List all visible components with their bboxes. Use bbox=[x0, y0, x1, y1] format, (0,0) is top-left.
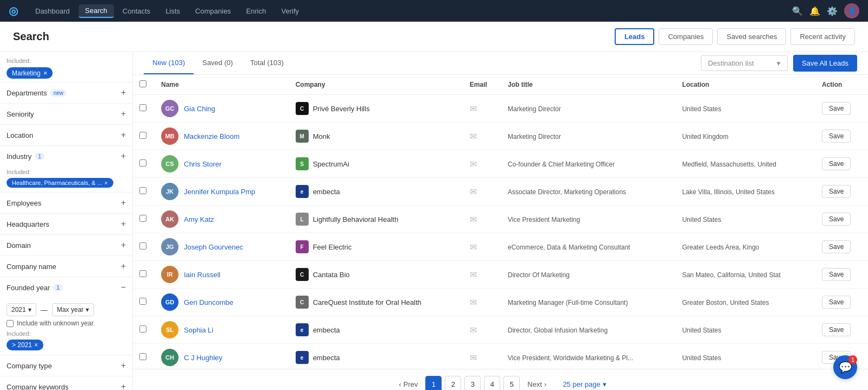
person-name[interactable]: Geri Duncombe bbox=[184, 298, 233, 306]
email-icon[interactable]: ✉ bbox=[470, 270, 477, 279]
row-checkbox[interactable] bbox=[139, 132, 146, 139]
tab-leads[interactable]: Leads bbox=[615, 28, 655, 45]
email-icon[interactable]: ✉ bbox=[470, 215, 477, 224]
person-name[interactable]: Joseph Gourvenec bbox=[184, 243, 243, 251]
location-expand-button[interactable]: + bbox=[121, 130, 126, 140]
destination-list-select[interactable]: Destination list ▾ bbox=[701, 55, 788, 71]
founded-year-tag[interactable]: > 2021 × bbox=[7, 340, 43, 350]
page-1-button[interactable]: 1 bbox=[425, 376, 442, 390]
settings-icon[interactable]: ⚙️ bbox=[827, 6, 838, 16]
tab-saved-searches[interactable]: Saved searches bbox=[717, 28, 786, 45]
row-checkbox[interactable] bbox=[139, 242, 146, 250]
person-name[interactable]: Gia Ching bbox=[184, 105, 215, 113]
seniority-expand-button[interactable]: + bbox=[121, 109, 126, 119]
company-name[interactable]: embecta bbox=[313, 188, 340, 196]
row-checkbox[interactable] bbox=[139, 270, 146, 277]
founded-year-collapse-button[interactable]: − bbox=[121, 283, 126, 292]
email-icon[interactable]: ✉ bbox=[470, 325, 477, 335]
person-name[interactable]: Chris Storer bbox=[184, 160, 221, 168]
sidebar-item-company-name[interactable]: Company name + bbox=[0, 255, 132, 277]
row-save-button[interactable]: Save bbox=[822, 185, 851, 198]
result-tab-saved[interactable]: Saved (0) bbox=[194, 52, 241, 74]
sidebar-item-founded-year[interactable]: Founded year 1 − bbox=[0, 277, 132, 298]
tab-companies[interactable]: Companies bbox=[659, 28, 713, 45]
company-name[interactable]: Lightfully Behavioral Health bbox=[313, 215, 399, 223]
email-icon[interactable]: ✉ bbox=[470, 298, 477, 307]
headquarters-expand-button[interactable]: + bbox=[121, 219, 126, 229]
row-save-button[interactable]: Save bbox=[822, 157, 851, 170]
include-unknown-year-checkbox[interactable] bbox=[7, 320, 14, 327]
row-checkbox[interactable] bbox=[139, 353, 146, 360]
chat-bubble[interactable]: 💬 1 bbox=[833, 355, 857, 379]
search-icon[interactable]: 🔍 bbox=[792, 6, 803, 16]
person-name[interactable]: Sophia Li bbox=[184, 326, 213, 334]
row-save-button[interactable]: Save bbox=[822, 240, 851, 253]
per-page-select[interactable]: 25 per page ▾ bbox=[563, 380, 606, 388]
email-icon[interactable]: ✉ bbox=[470, 353, 477, 362]
sidebar-item-industry[interactable]: Industry 1 + bbox=[0, 145, 132, 167]
result-tab-new[interactable]: New (103) bbox=[144, 52, 194, 74]
row-checkbox[interactable] bbox=[139, 215, 146, 222]
departments-expand-button[interactable]: + bbox=[121, 88, 126, 98]
nav-verify[interactable]: Verify bbox=[275, 5, 305, 17]
email-icon[interactable]: ✉ bbox=[470, 104, 477, 113]
industry-tag-remove-icon[interactable]: × bbox=[104, 180, 107, 186]
row-save-button[interactable]: Save bbox=[822, 130, 851, 143]
sidebar-item-location[interactable]: Location + bbox=[0, 124, 132, 145]
tag-remove-icon[interactable]: × bbox=[43, 69, 48, 77]
industry-tag[interactable]: Healthcare, Pharmaceuticals, & ... × bbox=[7, 178, 113, 188]
page-3-button[interactable]: 3 bbox=[464, 376, 481, 390]
person-name[interactable]: Mackenzie Bloom bbox=[184, 132, 240, 140]
included-marketing-tag[interactable]: Marketing × bbox=[7, 67, 53, 79]
row-save-button[interactable]: Save bbox=[822, 296, 851, 309]
company-name[interactable]: SpectrumAi bbox=[313, 160, 349, 168]
next-page-button[interactable]: Next › bbox=[523, 378, 551, 391]
sidebar-item-departments[interactable]: Departments new + bbox=[0, 82, 132, 103]
year-end-select[interactable]: Max year ▾ bbox=[52, 303, 94, 316]
row-save-button[interactable]: Save bbox=[822, 268, 851, 281]
row-checkbox[interactable] bbox=[139, 325, 146, 333]
email-icon[interactable]: ✉ bbox=[470, 242, 477, 252]
company-name[interactable]: embecta bbox=[313, 354, 340, 362]
domain-expand-button[interactable]: + bbox=[121, 240, 126, 250]
select-all-checkbox[interactable] bbox=[139, 80, 146, 87]
user-avatar[interactable]: 👤 bbox=[844, 3, 859, 18]
company-name[interactable]: embecta bbox=[313, 326, 340, 334]
founded-year-tag-remove-icon[interactable]: × bbox=[34, 341, 38, 349]
page-5-button[interactable]: 5 bbox=[503, 376, 520, 390]
company-name-expand-button[interactable]: + bbox=[121, 261, 126, 271]
nav-companies[interactable]: Companies bbox=[189, 5, 238, 17]
row-checkbox[interactable] bbox=[139, 298, 146, 305]
notifications-icon[interactable]: 🔔 bbox=[809, 6, 820, 16]
tab-recent-activity[interactable]: Recent activity bbox=[790, 28, 855, 45]
row-checkbox[interactable] bbox=[139, 187, 146, 194]
company-name[interactable]: Privé Beverly Hills bbox=[313, 105, 370, 113]
company-name[interactable]: Monk bbox=[313, 132, 330, 140]
sidebar-item-company-type[interactable]: Company type + bbox=[0, 355, 132, 376]
sidebar-item-employees[interactable]: Employees + bbox=[0, 192, 132, 213]
row-save-button[interactable]: Save bbox=[822, 102, 851, 115]
employees-expand-button[interactable]: + bbox=[121, 198, 126, 208]
prev-page-button[interactable]: ‹ Prev bbox=[394, 378, 422, 391]
company-keywords-expand-button[interactable]: + bbox=[121, 382, 126, 390]
company-name[interactable]: CareQuest Institute for Oral Health bbox=[313, 298, 422, 306]
person-name[interactable]: Amy Katz bbox=[184, 215, 214, 223]
sidebar-item-domain[interactable]: Domain + bbox=[0, 234, 132, 255]
row-save-button[interactable]: Save bbox=[822, 323, 851, 336]
email-icon[interactable]: ✉ bbox=[470, 159, 477, 169]
company-name[interactable]: Feel Electric bbox=[313, 243, 352, 251]
save-all-leads-button[interactable]: Save All Leads bbox=[793, 55, 857, 72]
page-2-button[interactable]: 2 bbox=[445, 376, 461, 390]
sidebar-item-seniority[interactable]: Seniority + bbox=[0, 103, 132, 124]
company-name[interactable]: Cantata Bio bbox=[313, 271, 350, 279]
nav-contacts[interactable]: Contacts bbox=[116, 5, 157, 17]
result-tab-total[interactable]: Total (103) bbox=[241, 52, 292, 74]
nav-lists[interactable]: Lists bbox=[159, 5, 187, 17]
nav-enrich[interactable]: Enrich bbox=[240, 5, 273, 17]
person-name[interactable]: C J Hughley bbox=[184, 354, 222, 362]
email-icon[interactable]: ✉ bbox=[470, 132, 477, 141]
row-checkbox[interactable] bbox=[139, 159, 146, 167]
year-start-select[interactable]: 2021 ▾ bbox=[7, 303, 36, 316]
person-name[interactable]: Jennifer Kumpula Pmp bbox=[184, 188, 256, 196]
nav-dashboard[interactable]: Dashboard bbox=[29, 5, 76, 17]
